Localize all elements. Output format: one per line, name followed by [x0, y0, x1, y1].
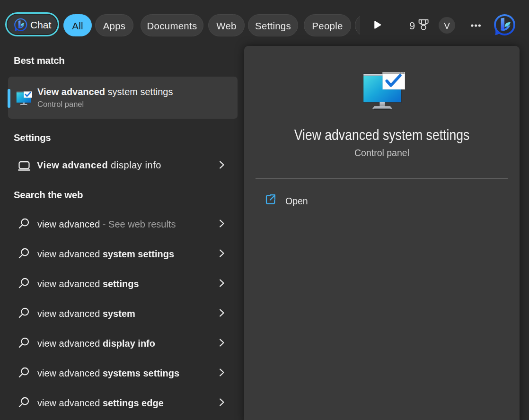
svg-text:V: V	[444, 21, 450, 31]
